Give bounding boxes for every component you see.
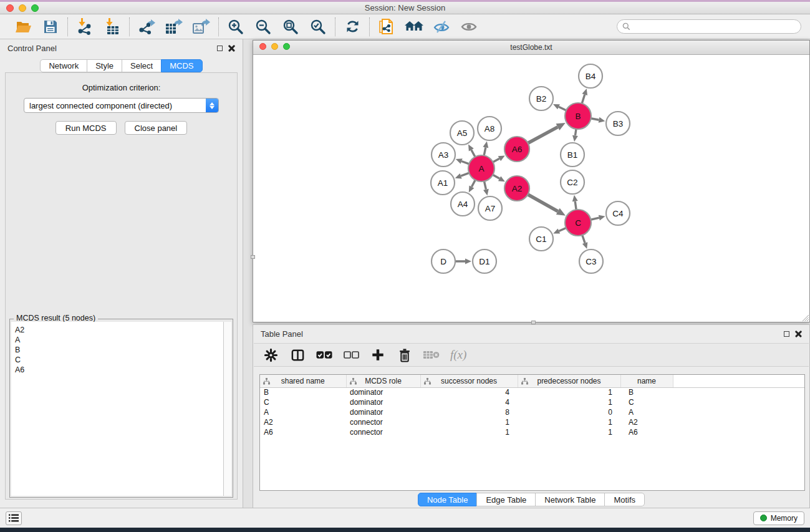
float-table-panel-icon[interactable] (784, 331, 789, 337)
delete-row-trash-icon[interactable] (397, 347, 413, 363)
close-panel-button[interactable]: Close panel (125, 121, 188, 135)
cell-MCDS-role[interactable]: dominator (346, 407, 420, 417)
table-row[interactable]: Bdominator41B (260, 387, 804, 397)
cell-shared-name[interactable]: A (260, 407, 346, 417)
network-canvas[interactable]: B4B2BB3B1A5A8A3AA1A4A7A6A2C2CC4C1C3DD1 (253, 56, 809, 322)
maximize-network-window-button[interactable] (283, 43, 290, 50)
minimize-network-window-button[interactable] (271, 43, 278, 50)
frame-resize-handle-left[interactable] (251, 255, 255, 259)
home-icon[interactable] (405, 17, 423, 36)
cell-shared-name[interactable]: B (260, 387, 346, 397)
cell-predecessor-nodes[interactable]: 1 (518, 427, 620, 437)
column-header-MCDS-role[interactable]: MCDS role (346, 375, 420, 387)
table-row[interactable]: Adominator80A (260, 407, 804, 417)
close-window-button[interactable] (6, 4, 14, 12)
zoom-selected-icon[interactable] (309, 17, 327, 36)
maximize-window-button[interactable] (31, 4, 39, 12)
column-header-name[interactable]: name (620, 375, 673, 387)
network-graph[interactable]: B4B2BB3B1A5A8A3AA1A4A7A6A2C2CC4C1C3DD1 (253, 56, 809, 322)
task-history-button[interactable] (6, 511, 22, 525)
cell-name[interactable]: C (620, 397, 673, 407)
export-network-icon[interactable] (137, 17, 156, 36)
node-label-A3: A3 (438, 150, 449, 160)
cell-successor-nodes[interactable]: 4 (420, 397, 518, 407)
tab-network[interactable]: Network (40, 59, 87, 72)
export-table-icon[interactable] (165, 17, 183, 36)
show-columns-icon[interactable] (289, 347, 306, 363)
show-eye-icon[interactable] (460, 17, 478, 36)
table-row[interactable]: Cdominator41C (260, 397, 804, 407)
cell-name[interactable]: A (620, 407, 673, 417)
tab-select[interactable]: Select (122, 59, 162, 72)
cell-MCDS-role[interactable]: connector (346, 417, 420, 427)
tab-style[interactable]: Style (87, 59, 122, 72)
tab-edge-table[interactable]: Edge Table (476, 493, 536, 506)
mcds-result-item[interactable]: A (15, 335, 223, 345)
mcds-result-item[interactable]: B (15, 345, 223, 355)
cell-shared-name[interactable]: C (260, 397, 346, 407)
float-panel-icon[interactable] (217, 46, 223, 51)
cell-successor-nodes[interactable]: 8 (420, 407, 518, 417)
save-session-icon[interactable] (41, 17, 60, 36)
close-network-window-button[interactable] (259, 43, 266, 50)
cell-successor-nodes[interactable]: 1 (420, 417, 518, 427)
table-row[interactable]: A6connector11A6 (260, 427, 804, 437)
tab-network-table[interactable]: Network Table (535, 493, 605, 506)
delete-table-icon[interactable] (423, 347, 440, 363)
cell-predecessor-nodes[interactable]: 1 (518, 417, 620, 427)
import-network-icon[interactable] (75, 17, 94, 36)
result-scrollbar[interactable] (223, 322, 231, 496)
mcds-result-item[interactable]: A2 (15, 325, 223, 335)
cell-successor-nodes[interactable]: 4 (420, 387, 518, 397)
node-table[interactable]: shared nameMCDS rolesuccessor nodesprede… (259, 374, 805, 491)
function-builder-icon[interactable]: f(x) (450, 347, 466, 363)
mcds-result-item[interactable]: A6 (15, 365, 223, 375)
table-settings-gear-icon[interactable] (263, 347, 279, 363)
network-from-file-icon[interactable] (377, 17, 396, 36)
run-mcds-button[interactable]: Run MCDS (55, 121, 117, 135)
hide-glasses-icon[interactable] (432, 17, 451, 36)
minimize-window-button[interactable] (19, 4, 26, 12)
cell-MCDS-role[interactable]: connector (346, 427, 420, 437)
open-session-icon[interactable] (14, 17, 32, 36)
column-header-predecessor-nodes[interactable]: predecessor nodes (518, 375, 620, 387)
deselect-all-checkboxes-icon[interactable] (343, 347, 359, 363)
search-input[interactable] (634, 22, 796, 31)
column-header-successor-nodes[interactable]: successor nodes (420, 375, 518, 387)
cell-predecessor-nodes[interactable]: 1 (518, 397, 620, 407)
cell-predecessor-nodes[interactable]: 1 (518, 387, 620, 397)
network-window[interactable]: testGlobe.txt B4B2BB3B1A5A8A3AA1A4A7A6A2… (253, 40, 810, 322)
export-image-icon[interactable] (192, 17, 211, 36)
refresh-layout-icon[interactable] (343, 17, 362, 36)
column-header-shared-name[interactable]: shared name (260, 375, 346, 387)
network-window-titlebar[interactable]: testGlobe.txt (253, 41, 809, 55)
cell-MCDS-role[interactable]: dominator (346, 397, 420, 407)
mcds-result-list[interactable]: A2ABCA6 (11, 322, 223, 496)
cell-name[interactable]: A2 (620, 417, 673, 427)
cell-shared-name[interactable]: A6 (260, 427, 346, 437)
select-all-checkboxes-icon[interactable] (316, 347, 332, 363)
cell-MCDS-role[interactable]: dominator (346, 387, 420, 397)
mcds-result-item[interactable]: C (15, 355, 223, 365)
cell-successor-nodes[interactable]: 1 (420, 427, 518, 437)
tab-mcds[interactable]: MCDS (161, 59, 202, 72)
zoom-in-icon[interactable] (226, 17, 245, 36)
tab-motifs[interactable]: Motifs (604, 493, 645, 506)
frame-resize-grip[interactable] (801, 313, 809, 321)
close-table-panel-icon[interactable] (795, 331, 802, 337)
import-table-icon[interactable] (103, 17, 122, 36)
memory-button[interactable]: Memory (753, 511, 804, 525)
search-box[interactable] (617, 19, 801, 34)
zoom-fit-icon[interactable] (281, 17, 300, 36)
window-titlebar[interactable]: Session: New Session (0, 2, 810, 14)
cell-name[interactable]: B (620, 387, 673, 397)
close-panel-icon[interactable] (228, 45, 235, 52)
tab-node-table[interactable]: Node Table (418, 493, 478, 506)
table-row[interactable]: A2connector11A2 (260, 417, 804, 427)
cell-name[interactable]: A6 (620, 427, 673, 437)
cell-shared-name[interactable]: A2 (260, 417, 346, 427)
cell-predecessor-nodes[interactable]: 0 (518, 407, 620, 417)
add-row-icon[interactable] (370, 347, 386, 363)
criterion-dropdown[interactable]: largest connected component (directed) (24, 98, 219, 113)
zoom-out-icon[interactable] (254, 17, 272, 36)
